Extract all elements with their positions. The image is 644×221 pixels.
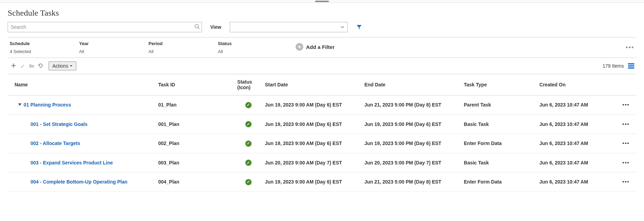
search-wrap [8,22,202,32]
drag-handle[interactable] [0,0,644,3]
end-date-cell: Jun 20, 2023 5:00 PM (Day 7) EST [362,153,461,172]
end-date-cell: Jun 19, 2023 5:00 PM (Day 6) EST [362,134,461,153]
filter-value: All [149,49,216,54]
task-id-cell: 001_Plan [155,114,235,134]
table-row: 003 - Expand Services Product Line003_Pl… [8,153,636,172]
add-filter-label: Add a Filter [306,44,335,50]
table-row: 01 Planning Process01_Plan✓Jun 19, 2023 … [8,95,636,115]
created-on-cell: Jun 6, 2023 10:47 AM [537,114,616,134]
toolbar: Actions 179 Items [8,58,636,74]
table-row: 004 - Complete Bottom-Up Operating Plan0… [8,172,636,192]
filter-block[interactable]: PeriodAll [146,41,216,54]
task-name-link[interactable]: 001 - Set Strategic Goals [31,121,87,127]
filter-label: Period [149,41,216,46]
row-overflow-menu[interactable]: ••• [616,95,636,115]
col-header-start[interactable]: Start Date [262,74,362,95]
plus-circle-icon: + [296,43,303,51]
row-overflow-menu[interactable]: ••• [616,172,636,192]
end-date-cell: Jun 19, 2023 5:00 PM (Day 6) EST [362,114,461,134]
col-header-created[interactable]: Created On [537,74,616,95]
status-ok-icon: ✓ [245,160,252,166]
item-count: 179 Items [603,63,624,69]
filter-block[interactable]: StatusAll [216,41,285,54]
status-ok-icon: ✓ [245,141,252,147]
task-type-cell: Enter Form Data [461,172,537,192]
filter-block[interactable]: YearAll [77,41,146,54]
filter-overflow-menu[interactable]: ••• [626,44,634,51]
filter-label: Year [79,41,146,46]
col-header-end[interactable]: End Date [362,74,461,95]
task-name-link[interactable]: 002 - Allocate Targets [31,141,80,146]
edit-icon [18,63,27,69]
filter-label: Schedule [10,41,77,46]
expand-icon[interactable] [18,103,22,106]
filter-value: All [218,49,285,54]
row-overflow-menu[interactable]: ••• [616,114,636,134]
task-id-cell: 004_Plan [155,172,235,192]
end-date-cell: Jun 21, 2023 5:00 PM (Day 8) EST [362,95,461,115]
created-on-cell: Jun 6, 2023 10:47 AM [537,134,616,153]
col-header-type[interactable]: Task Type [461,74,537,95]
filter-bar: Schedule4 SelectedYearAllPeriodAllStatus… [8,37,636,58]
table-row: 002 - Allocate Targets002_Plan✓Jun 19, 2… [8,134,636,153]
filter-value: 4 Selected [10,49,77,54]
col-header-taskid[interactable]: Task ID [155,74,235,95]
tasks-table: Name Task ID Status (Icon) Start Date En… [8,74,636,192]
add-icon[interactable] [9,63,18,69]
filter-value: All [79,49,146,54]
task-name-link[interactable]: 01 Planning Process [24,102,71,108]
start-date-cell: Jun 19, 2023 9:00 AM (Day 6) EST [262,134,362,153]
view-label: View [210,24,221,30]
created-on-cell: Jun 6, 2023 10:47 AM [537,172,616,192]
created-on-cell: Jun 6, 2023 10:47 AM [537,153,616,172]
col-header-name[interactable]: Name [8,74,155,95]
task-id-cell: 003_Plan [155,153,235,172]
start-date-cell: Jun 19, 2023 9:00 AM (Day 6) EST [262,114,362,134]
refresh-icon[interactable] [36,63,45,69]
add-filter-button[interactable]: + Add a Filter [296,43,335,51]
actions-label: Actions [52,63,68,69]
task-id-cell: 01_Plan [155,95,235,115]
caret-down-icon [70,65,73,67]
row-overflow-menu[interactable]: ••• [616,134,636,153]
end-date-cell: Jun 21, 2023 5:00 PM (Day 8) EST [362,172,461,192]
chevron-down-icon [340,25,345,29]
page-title: Schedule Tasks [8,8,636,18]
filter-label: Status [218,41,285,46]
row-overflow-menu[interactable]: ••• [616,153,636,172]
created-on-cell: Jun 6, 2023 10:47 AM [537,95,616,115]
search-input[interactable] [8,22,202,32]
filter-icon[interactable] [356,24,362,30]
list-view-icon[interactable] [628,63,634,69]
task-type-cell: Parent Task [461,95,537,115]
start-date-cell: Jun 20, 2023 9:00 AM (Day 7) EST [262,153,362,172]
status-ok-icon: ✓ [245,102,252,108]
task-id-cell: 002_Plan [155,134,235,153]
filter-block[interactable]: Schedule4 Selected [8,41,77,54]
task-type-cell: Basic Task [461,153,537,172]
start-date-cell: Jun 19, 2023 9:00 AM (Day 6) EST [262,95,362,115]
actions-button[interactable]: Actions [49,61,76,70]
task-type-cell: Enter Form Data [461,134,537,153]
col-header-actions [616,74,636,95]
status-ok-icon: ✓ [245,179,252,185]
folder-icon [27,63,36,69]
status-ok-icon: ✓ [245,121,252,127]
task-type-cell: Basic Task [461,114,537,134]
task-name-link[interactable]: 003 - Expand Services Product Line [31,160,113,165]
view-select[interactable] [230,22,348,32]
start-date-cell: Jun 19, 2023 9:00 AM (Day 6) EST [262,172,362,192]
col-header-status[interactable]: Status (Icon) [235,74,262,95]
task-name-link[interactable]: 004 - Complete Bottom-Up Operating Plan [31,179,127,185]
table-row: 001 - Set Strategic Goals001_Plan✓Jun 19… [8,114,636,134]
